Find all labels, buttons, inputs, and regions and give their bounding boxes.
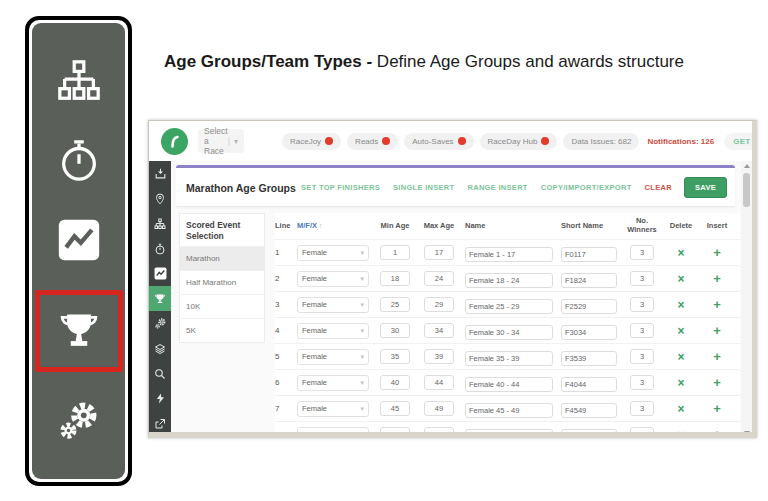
name-input[interactable]	[465, 325, 553, 340]
insert-row-icon[interactable]: +	[703, 402, 731, 415]
max-age-input[interactable]	[424, 245, 454, 260]
insert-row-icon[interactable]: +	[703, 246, 731, 259]
winners-input[interactable]	[630, 297, 654, 312]
short-name-input[interactable]	[561, 377, 617, 392]
winners-input[interactable]	[630, 375, 654, 390]
clear-button[interactable]: CLEAR	[645, 183, 672, 192]
status-pill[interactable]: Auto-Saves	[404, 133, 473, 150]
insert-row-icon[interactable]: +	[703, 376, 731, 389]
max-age-input[interactable]	[424, 375, 454, 390]
stopwatch-icon	[49, 130, 109, 190]
export-icon[interactable]	[149, 411, 171, 436]
save-button[interactable]: SAVE	[684, 177, 727, 198]
event-item[interactable]: Half Marathon	[180, 270, 264, 294]
gender-select[interactable]: Female ▾	[297, 297, 369, 313]
max-age-input[interactable]	[424, 349, 454, 364]
event-item[interactable]: 5K	[180, 318, 264, 342]
notifications-badge[interactable]: Notifications: 126	[647, 137, 714, 146]
action-link[interactable]: RANGE INSERT	[467, 183, 527, 192]
delete-row-icon[interactable]: ×	[667, 325, 695, 337]
min-age-input[interactable]	[380, 245, 410, 260]
action-link[interactable]: SINGLE INSERT	[393, 183, 454, 192]
min-age-input[interactable]	[380, 401, 410, 416]
name-input[interactable]	[465, 273, 553, 288]
tray-icon[interactable]	[149, 161, 171, 186]
winners-input[interactable]	[630, 245, 654, 260]
min-age-input[interactable]	[380, 271, 410, 286]
delete-row-icon[interactable]: ×	[667, 377, 695, 389]
stopwatch-icon[interactable]	[149, 236, 171, 261]
min-age-input[interactable]	[380, 349, 410, 364]
delete-row-icon[interactable]: ×	[667, 351, 695, 363]
short-name-input[interactable]	[561, 299, 617, 314]
delete-row-icon[interactable]: ×	[667, 247, 695, 259]
gender-select[interactable]: Female ▾	[297, 323, 369, 339]
gender-select[interactable]: Female ▾	[297, 427, 369, 439]
name-input[interactable]	[465, 247, 553, 262]
lightning-icon[interactable]	[149, 386, 171, 411]
insert-row-icon[interactable]: +	[703, 324, 731, 337]
winners-input[interactable]	[630, 349, 654, 364]
short-name-input[interactable]	[561, 429, 617, 438]
max-age-input[interactable]	[424, 271, 454, 286]
min-age-input[interactable]	[380, 323, 410, 338]
name-input[interactable]	[465, 377, 553, 392]
gender-select[interactable]: Female ▾	[297, 375, 369, 391]
runsignup-logo-icon[interactable]	[161, 128, 188, 155]
layers-icon[interactable]	[149, 336, 171, 361]
name-input[interactable]	[465, 403, 553, 418]
name-input[interactable]	[465, 429, 553, 438]
winners-input[interactable]	[630, 323, 654, 338]
max-age-input[interactable]	[424, 401, 454, 416]
winners-input[interactable]	[630, 427, 654, 438]
short-name-input[interactable]	[561, 325, 617, 340]
status-pill[interactable]: RaceDay Hub	[480, 133, 558, 150]
winners-input[interactable]	[630, 271, 654, 286]
min-age-input[interactable]	[380, 375, 410, 390]
action-link[interactable]: COPY/IMPORT/EXPORT	[541, 183, 632, 192]
gears-icon[interactable]	[149, 311, 171, 336]
race-selector[interactable]: Select a Race | ▾	[198, 129, 244, 153]
insert-row-icon[interactable]: +	[703, 350, 731, 363]
gender-select[interactable]: Female ▾	[297, 245, 369, 261]
event-item[interactable]: Marathon	[180, 246, 264, 270]
delete-row-icon[interactable]: ×	[667, 403, 695, 415]
delete-row-icon[interactable]: ×	[667, 273, 695, 285]
insert-row-icon[interactable]: +	[703, 298, 731, 311]
delete-row-icon[interactable]: ×	[667, 299, 695, 311]
vertical-scrollbar[interactable]	[741, 161, 752, 438]
col-mfx[interactable]: M/F/X ↑	[297, 221, 369, 230]
gender-select[interactable]: Female ▾	[297, 401, 369, 417]
insert-row-icon[interactable]: +	[703, 428, 731, 438]
event-item[interactable]: 10K	[180, 294, 264, 318]
min-age-input[interactable]	[380, 427, 410, 438]
short-name-input[interactable]	[561, 351, 617, 366]
scroll-up-arrow-icon[interactable]	[741, 161, 752, 171]
scrollbar-thumb[interactable]	[743, 173, 750, 207]
scroll-down-arrow-icon[interactable]	[741, 428, 752, 438]
short-name-input[interactable]	[561, 403, 617, 418]
max-age-input[interactable]	[424, 297, 454, 312]
chart-icon[interactable]	[149, 261, 171, 286]
gender-select[interactable]: Female ▾	[297, 349, 369, 365]
get-help-button[interactable]: GET HELP	[724, 133, 757, 150]
sitemap-icon[interactable]	[149, 211, 171, 236]
winners-input[interactable]	[630, 401, 654, 416]
short-name-input[interactable]	[561, 247, 617, 262]
short-name-input[interactable]	[561, 273, 617, 288]
insert-row-icon[interactable]: +	[703, 272, 731, 285]
status-pill[interactable]: Reads	[347, 133, 398, 150]
pin-icon[interactable]	[149, 186, 171, 211]
search-icon[interactable]	[149, 361, 171, 386]
min-age-input[interactable]	[380, 297, 410, 312]
name-input[interactable]	[465, 351, 553, 366]
status-pill[interactable]: Data Issues: 682	[563, 133, 639, 150]
max-age-input[interactable]	[424, 323, 454, 338]
status-pill[interactable]: RaceJoy	[282, 133, 341, 150]
action-link[interactable]: SET TOP FINISHERS	[301, 183, 380, 192]
name-input[interactable]	[465, 299, 553, 314]
gender-select[interactable]: Female ▾	[297, 271, 369, 287]
max-age-input[interactable]	[424, 427, 454, 438]
trophy-icon[interactable]	[149, 286, 171, 311]
delete-row-icon[interactable]: ×	[667, 429, 695, 439]
